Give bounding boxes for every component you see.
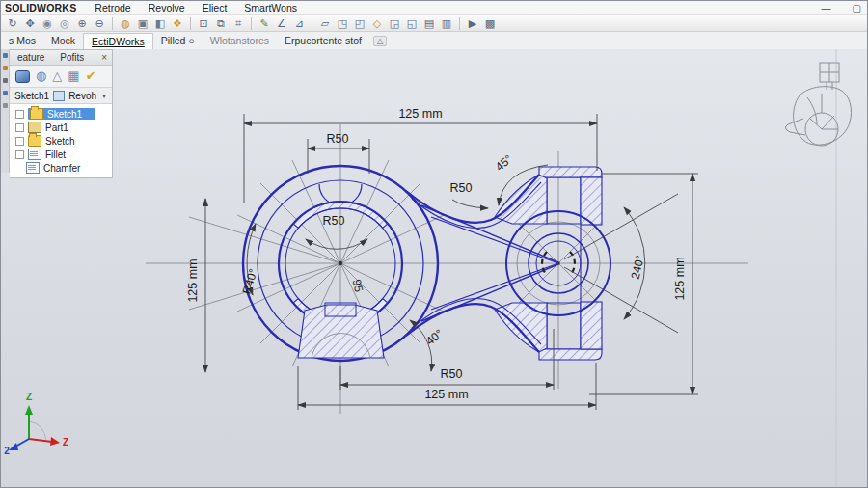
tree-expand-box[interactable] (15, 123, 24, 132)
triad-depth-label: 2 (4, 446, 10, 456)
panel-tab-profits[interactable]: Pofits (52, 52, 92, 63)
feature-tree: Sketch1 Part1 Sketch Fillet Chamfer (10, 104, 112, 177)
confirm-check-icon[interactable]: ✔ (86, 68, 96, 85)
tree-expand-box[interactable] (15, 110, 24, 119)
tree-item-part1[interactable]: Part1 (10, 121, 112, 134)
triad-up-label: Z (26, 392, 32, 402)
tree-spacer (15, 165, 22, 172)
mode-label[interactable]: Revoh (68, 91, 96, 101)
dim-bore-radius: R50 (323, 214, 345, 228)
dim-top-radius: R50 (327, 132, 349, 146)
mini-icon-1[interactable] (3, 53, 8, 58)
dim-left-height: 125 mm (186, 258, 200, 302)
active-sketch-label: Sketch1 (14, 91, 49, 101)
mini-icon-4[interactable] (3, 91, 8, 95)
part-icon (28, 122, 41, 133)
material-sphere-icon[interactable]: ◍ (36, 68, 46, 85)
tree-expand-box[interactable] (15, 150, 24, 159)
chamfer-feature-icon (26, 162, 40, 174)
dim-neck-radius: R50 (450, 181, 473, 195)
design-table-icon[interactable]: ▦ (68, 68, 79, 85)
tree-expand-box[interactable] (15, 137, 24, 146)
panel-close-icon[interactable]: × (96, 52, 112, 63)
feature-manager-panel: eature Pofits × ◍ △ ▦ ✔ Sketch1 Revoh ▾ … (10, 49, 113, 178)
dim-bottom-width: 125 mm (424, 388, 468, 401)
mini-icon-5[interactable] (3, 103, 8, 108)
shaded-box-icon[interactable] (15, 70, 30, 83)
revolve-pin-icon[interactable]: △ (52, 68, 62, 85)
side-mini-toolbar (1, 49, 10, 173)
solidworks-window: SOLIDWORKS Retrode Revolve Eliect SmartW… (0, 0, 868, 488)
tree-item-sketch[interactable]: Sketch (10, 134, 112, 148)
fillet-feature-icon (28, 149, 41, 160)
panel-tab-feature[interactable]: eature (10, 52, 52, 63)
folder-icon (30, 108, 43, 120)
graphics-viewport[interactable]: 125 mm R50 45° R50 R50 R40° 95 125 mm 12… (1, 1, 868, 488)
tree-item-sketch1[interactable]: Sketch1 (10, 107, 112, 121)
mini-icon-2[interactable] (3, 66, 8, 70)
tree-item-fillet[interactable]: Fillet (10, 148, 112, 161)
tree-item-chamfer[interactable]: Chamfer (10, 161, 112, 175)
dim-top-width: 125 mm (398, 107, 442, 121)
dim-center-distance: R50 (441, 367, 463, 381)
triad-right-label: Z (63, 437, 68, 447)
chevron-down-icon[interactable]: ▾ (102, 92, 106, 100)
dim-right-height: 125 mm (673, 257, 687, 300)
document-page-icon (53, 91, 65, 101)
mini-icon-3[interactable] (3, 78, 8, 83)
folder-icon (28, 135, 41, 147)
